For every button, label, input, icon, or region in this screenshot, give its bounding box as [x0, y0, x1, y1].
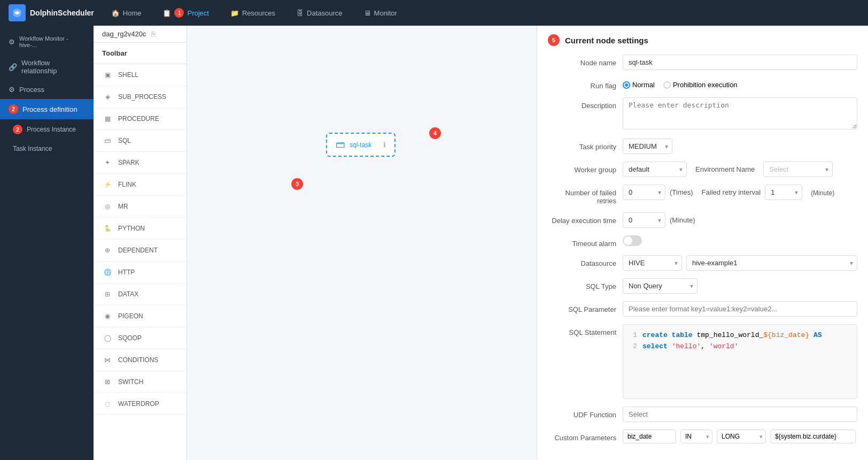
dag-node-db-icon: 🗃 — [336, 139, 345, 150]
toolbar-flink[interactable]: ⚡ FLINK — [94, 174, 187, 196]
monitor-icon: 🖥 — [364, 9, 371, 17]
conditions-icon: ⋈ — [102, 355, 113, 365]
http-icon: 🌐 — [102, 267, 113, 278]
step5-badge: 5 — [548, 34, 560, 46]
worker-group-row: Worker group default Environment Name Se… — [548, 162, 857, 177]
radio-prohibition-label: Prohibition execution — [673, 81, 738, 89]
udf-function-input[interactable] — [623, 407, 857, 422]
dag-node-label: sql-task — [350, 141, 371, 149]
timeout-alarm-toggle[interactable] — [623, 235, 642, 246]
toolbar-subprocess[interactable]: ◈ SUB_PROCESS — [94, 86, 187, 108]
param-type-select[interactable]: LONG VARCHAR INTEGER — [717, 430, 766, 443]
sql-type-select[interactable]: Non Query Query — [623, 278, 698, 294]
task-priority-row: Task priority MEDIUM LOW HIGH — [548, 139, 857, 154]
sidebar-item-task-instance[interactable]: Task Instance — [0, 140, 94, 158]
sql-param-input[interactable] — [623, 301, 857, 317]
param-direction-select[interactable]: IN OUT — [680, 430, 712, 443]
retry-interval-select[interactable]: 1 — [765, 185, 802, 200]
param-type-wrapper: LONG VARCHAR INTEGER — [717, 430, 766, 443]
radio-normal-dot — [623, 81, 630, 89]
failed-retries-label: Number of failed retries — [548, 185, 623, 205]
param-direction-wrapper: IN OUT — [680, 430, 712, 443]
home-icon: 🏠 — [111, 9, 120, 17]
subprocess-icon: ◈ — [102, 91, 113, 102]
logo: DolphinScheduler — [9, 4, 94, 21]
run-flag-group: Normal Prohibition execution — [623, 78, 857, 89]
instance-badge: 2 — [13, 125, 22, 134]
nav-home[interactable]: 🏠 Home — [107, 7, 146, 19]
toolbar-waterdrop[interactable]: ◌ WATERDROP — [94, 393, 187, 415]
param-value-input[interactable] — [770, 430, 856, 443]
datasource-value-select[interactable]: hive-example1 — [686, 255, 857, 271]
python-icon: 🐍 — [102, 223, 113, 234]
node-name-label: Node name — [548, 55, 623, 67]
delay-time-wrapper: 0 — [623, 212, 665, 228]
nav-project[interactable]: 📋 1 Project — [158, 6, 213, 20]
datasource-type-select[interactable]: HIVE MySQL PostgreSQL — [623, 255, 682, 271]
toolbar-mr[interactable]: ◎ MR — [94, 196, 187, 218]
sqoop-icon: ◯ — [102, 333, 113, 343]
toolbar-switch[interactable]: ⊠ SWITCH — [94, 371, 187, 393]
udf-function-label: UDF Function — [548, 407, 623, 419]
toolbar-conditions[interactable]: ⋈ CONDITIONS — [94, 349, 187, 371]
code-text-1: create table tmp_hello_world_${biz_date}… — [642, 330, 822, 341]
toolbar-shell[interactable]: ▣ SHELL — [94, 64, 187, 86]
sidebar-item-process-definition[interactable]: 2 Process definition — [0, 99, 94, 119]
sidebar-item-workflow-relationship[interactable]: 🔗 Workflow relationship — [0, 53, 94, 80]
failed-retries-select[interactable]: 0 — [623, 185, 665, 200]
definition-badge: 2 — [9, 104, 18, 114]
env-name-select[interactable]: Select — [763, 162, 833, 177]
code-text-2: select 'hello', 'world' — [642, 341, 738, 352]
radio-prohibition[interactable]: Prohibition execution — [663, 81, 738, 89]
description-input[interactable] — [623, 97, 857, 129]
toolbar-datax[interactable]: ⊞ DATAX — [94, 283, 187, 305]
toolbar-http[interactable]: 🌐 HTTP — [94, 262, 187, 283]
radio-normal-label: Normal — [632, 81, 655, 89]
param-name-input[interactable] — [623, 430, 676, 443]
delay-time-select[interactable]: 0 — [623, 212, 665, 228]
line-num-2: 2 — [629, 341, 637, 352]
step3-badge: 3 — [291, 178, 303, 190]
sql-type-wrapper: Non Query Query — [623, 278, 698, 294]
toolbar-python[interactable]: 🐍 PYTHON — [94, 218, 187, 240]
toolbar-procedure[interactable]: ▦ PROCEDURE — [94, 108, 187, 130]
toolbar-sqoop[interactable]: ◯ SQOOP — [94, 327, 187, 349]
project-icon: 📋 — [162, 9, 171, 17]
worker-group-wrapper: default — [623, 162, 687, 177]
sidebar-item-process[interactable]: ⚙ Process — [0, 80, 94, 99]
settings-title: Current node settings — [565, 36, 648, 45]
custom-params-fields: IN OUT LONG VARCHAR INTEGER — [623, 430, 857, 443]
procedure-icon: ▦ — [102, 113, 113, 124]
sidebar-item-process-instance[interactable]: 2 Process Instance — [0, 119, 94, 140]
shell-icon: ▣ — [102, 70, 113, 80]
run-flag-row: Run flag Normal Prohibition execution — [548, 78, 857, 90]
nav-datasource[interactable]: 🗄 Datasource — [292, 7, 346, 19]
sql-param-row: SQL Parameter — [548, 301, 857, 317]
toolbar-sql[interactable]: 🗃 SQL — [94, 130, 187, 152]
delay-minute-label: (Minute) — [670, 216, 695, 224]
sidebar-item-workflow-monitor[interactable]: ⚙ Workflow Monitor - hive-... — [0, 30, 94, 53]
failed-retries-wrapper: 0 — [623, 185, 665, 200]
sql-editor[interactable]: 1 create table tmp_hello_world_${biz_dat… — [623, 324, 857, 399]
datasource-row: Datasource HIVE MySQL PostgreSQL hive-ex… — [548, 255, 857, 271]
dag-node-sql-task[interactable]: 🗃 sql-task ℹ — [326, 133, 396, 157]
custom-params-label: Custom Parameters — [548, 430, 623, 442]
code-line-2: 2 select 'hello', 'world' — [629, 341, 851, 352]
code-line-1: 1 create table tmp_hello_world_${biz_dat… — [629, 330, 851, 341]
copy-icon[interactable]: ⎘ — [151, 30, 156, 38]
workflow-monitor-icon: ⚙ — [9, 38, 15, 46]
task-priority-select[interactable]: MEDIUM LOW HIGH — [623, 139, 672, 154]
toolbar-spark[interactable]: ✦ SPARK — [94, 152, 187, 174]
toolbar-panel: dag_rg2v420c ⎘ Toolbar ▣ SHELL ◈ SUB_PRO… — [94, 26, 187, 460]
step4-badge: 4 — [429, 127, 441, 139]
toolbar-pigeon[interactable]: ◉ PIGEON — [94, 305, 187, 327]
node-name-input[interactable] — [623, 55, 857, 70]
nav-monitor[interactable]: 🖥 Monitor — [360, 7, 401, 19]
env-name-wrapper: Select — [763, 162, 833, 177]
toolbar-title: Toolbar — [94, 43, 187, 64]
toolbar-dependent[interactable]: ⊕ DEPENDENT — [94, 240, 187, 262]
radio-normal[interactable]: Normal — [623, 81, 655, 89]
worker-group-select[interactable]: default — [623, 162, 687, 177]
nav-resources[interactable]: 📁 Resources — [226, 7, 280, 19]
datasource-icon: 🗄 — [297, 9, 304, 17]
